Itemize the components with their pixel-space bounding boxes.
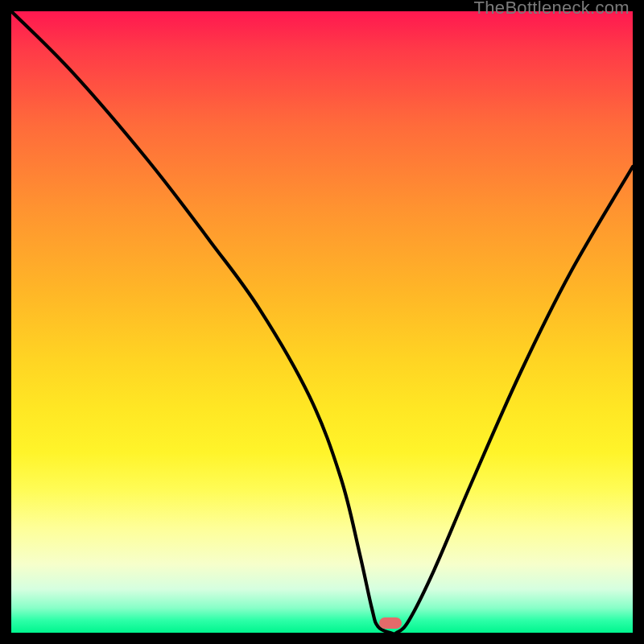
chart-frame: TheBottleneck.com: [0, 0, 644, 644]
bottleneck-curve: [11, 11, 633, 633]
plot-area: [11, 11, 633, 633]
watermark-text: TheBottleneck.com: [474, 0, 630, 16]
optimal-marker: [379, 617, 402, 629]
